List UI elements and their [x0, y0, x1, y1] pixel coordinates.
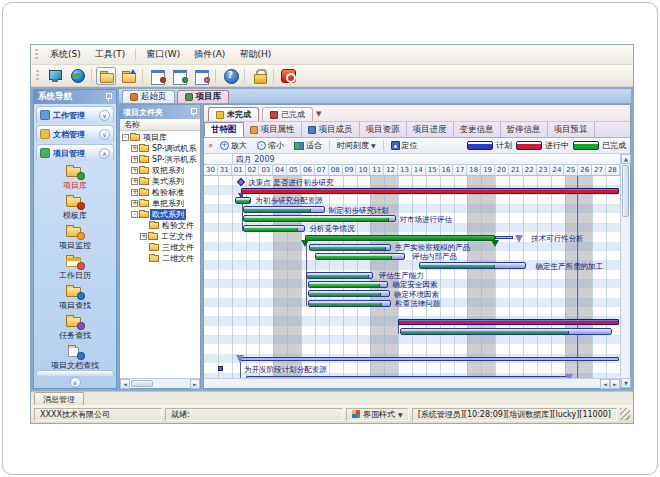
tree-item-三维文件[interactable]: 三维文件 [120, 242, 200, 253]
plan-line-bar[interactable] [246, 376, 569, 378]
tabs-overflow-icon[interactable]: ▼ [316, 110, 321, 118]
task-bar[interactable] [308, 300, 391, 307]
gantt-tab-项目进度[interactable]: 项目进度 [407, 122, 454, 137]
tree-item-单把系列[interactable]: +单把系列 [120, 198, 200, 209]
tab-项目库[interactable]: 项目库 [177, 90, 230, 103]
scroll-right-icon[interactable]: ► [610, 379, 620, 389]
resize-grip[interactable] [620, 408, 630, 420]
summary-bar-active[interactable] [241, 188, 619, 194]
milestone-diamond-icon[interactable] [237, 177, 245, 185]
summary-bar-active[interactable] [398, 319, 618, 325]
gantt-tab-项目资源[interactable]: 项目资源 [360, 122, 407, 137]
folder-open-button[interactable] [96, 67, 116, 85]
gantt-canvas[interactable]: 决策点 是否进行初步研究为初步研究分配资源制定初步研究计划对市场进行评估分析竞争… [204, 176, 620, 378]
sidebar-item-工作日历[interactable]: 工作日历 [59, 254, 91, 281]
tree-horizontal-scrollbar[interactable]: ◄ ► [120, 378, 200, 388]
toolbar-overflow-icon[interactable]: » [208, 141, 213, 150]
gantt-tab-甘特图[interactable]: 甘特图 [204, 122, 244, 137]
expand-icon[interactable]: + [131, 178, 138, 185]
pin-icon[interactable] [104, 93, 112, 101]
chevron-up-icon[interactable]: ∧ [99, 148, 110, 159]
gantt-horizontal-scrollbar[interactable]: ◄ ► [204, 378, 620, 388]
interface-style-button[interactable]: 界面样式 ▼ [346, 408, 409, 421]
chevron-down-icon[interactable]: ∨ [99, 129, 110, 140]
sidebar-group-文档管理[interactable]: 文档管理∨ [36, 125, 114, 142]
tree-item-双把系列[interactable]: +双把系列 [120, 165, 200, 176]
tree-item-工艺文件[interactable]: +工艺文件 [120, 231, 200, 242]
tree-item-二维文件[interactable]: 二维文件 [120, 253, 200, 264]
menu-item[interactable]: 插件(A) [187, 46, 232, 63]
help-button[interactable] [220, 67, 240, 85]
summary-bar-done[interactable] [305, 235, 495, 241]
task-bar[interactable] [308, 290, 390, 297]
tree-item-检验文件[interactable]: 检验文件 [120, 220, 200, 231]
expand-icon[interactable]: + [131, 145, 138, 152]
win-pink-button[interactable] [191, 67, 211, 85]
scroll-left-icon[interactable]: ◄ [600, 379, 610, 389]
时间刻度-button[interactable]: 时间刻度▼ [334, 139, 379, 152]
menu-item[interactable]: 工具(T) [88, 46, 133, 63]
tree-item-检验标准[interactable]: +检验标准 [120, 187, 200, 198]
sidebar-group-项目管理[interactable]: 项目管理∧ [36, 144, 114, 161]
scroll-down-icon[interactable]: ▼ [621, 378, 631, 388]
sidebar-group-工作管理[interactable]: 工作管理∨ [36, 106, 114, 123]
sidebar-item-项目文档查找[interactable]: 项目文档查找 [51, 344, 99, 370]
缩小-button[interactable]: -缩小 [254, 139, 287, 152]
expand-icon[interactable]: + [131, 156, 138, 163]
task-bar[interactable] [243, 206, 325, 213]
定位-button[interactable]: 定位 [388, 139, 421, 152]
scroll-left-icon[interactable]: ◄ [120, 379, 130, 389]
gantt-tab-项目成员[interactable]: 项目成员 [302, 122, 360, 137]
sidebar-item-项目监控[interactable]: 项目监控 [59, 224, 91, 251]
gantt-vertical-scrollbar[interactable]: ▲ ▼ [620, 154, 630, 388]
menu-item[interactable]: 系统(S) [43, 46, 88, 63]
power-button[interactable] [278, 67, 298, 85]
tree-item-SP-调试机系[interactable]: +SP-调试机系 [120, 143, 200, 154]
tree-item-SP-演示机系[interactable]: +SP-演示机系 [120, 154, 200, 165]
status-tab-已完成[interactable]: 已完成 [262, 107, 313, 121]
win-green-button[interactable] [169, 67, 189, 85]
tab-起始页[interactable]: 起始页 [122, 90, 175, 103]
sidebar-item-模板库[interactable]: 模板库 [63, 194, 87, 221]
task-bar[interactable] [315, 253, 405, 260]
task-bar[interactable] [400, 328, 612, 335]
scrollbar-thumb[interactable] [131, 380, 153, 387]
gantt-tab-项目属性[interactable]: 项目属性 [244, 122, 302, 137]
gantt-tab-变更信息[interactable]: 变更信息 [454, 122, 501, 137]
globe-button[interactable] [67, 67, 87, 85]
放大-button[interactable]: +放大 [217, 139, 250, 152]
task-bar[interactable] [235, 197, 252, 204]
task-bar[interactable] [306, 272, 373, 279]
win-red-button[interactable] [147, 67, 167, 85]
lock-button[interactable] [249, 67, 269, 85]
task-bar[interactable] [419, 262, 526, 269]
expand-icon[interactable]: + [131, 200, 138, 207]
collapse-icon[interactable]: - [122, 134, 129, 141]
status-tab-未完成[interactable]: 未完成 [208, 107, 259, 121]
tree-item-项目库[interactable]: -项目库 [120, 132, 200, 143]
menu-item[interactable]: 窗口(W) [139, 46, 187, 63]
folder-up-button[interactable] [118, 67, 138, 85]
pin-icon[interactable] [189, 108, 197, 116]
expand-icon[interactable]: + [140, 233, 147, 240]
plan-line-bar[interactable] [240, 357, 619, 361]
menu-item[interactable]: 帮助(H) [232, 46, 278, 63]
gantt-tab-项目预算[interactable]: 项目预算 [548, 122, 595, 137]
scrollbar-thumb[interactable] [622, 165, 629, 217]
sidebar-item-项目库[interactable]: 项目库 [63, 164, 87, 191]
expand-icon[interactable]: + [131, 189, 138, 196]
task-bar[interactable] [309, 244, 392, 251]
scroll-up-icon[interactable]: ▲ [621, 154, 631, 164]
tree-item-欧式系列[interactable]: -欧式系列 [120, 209, 200, 220]
适合-button[interactable]: 适合 [291, 139, 325, 152]
scroll-right-icon[interactable]: ► [190, 379, 200, 389]
expand-icon[interactable]: + [131, 167, 138, 174]
task-bar[interactable] [243, 225, 305, 232]
task-bar[interactable] [243, 215, 396, 222]
chevron-down-icon[interactable]: ∨ [99, 110, 110, 121]
chevron-down-icon[interactable]: ∨ [70, 377, 81, 388]
tree-item-美式系列[interactable]: +美式系列 [120, 176, 200, 187]
monitor-button[interactable] [45, 67, 65, 85]
sidebar-item-任务查找[interactable]: 任务查找 [59, 314, 91, 341]
sidebar-item-项目查找[interactable]: 项目查找 [59, 284, 91, 311]
